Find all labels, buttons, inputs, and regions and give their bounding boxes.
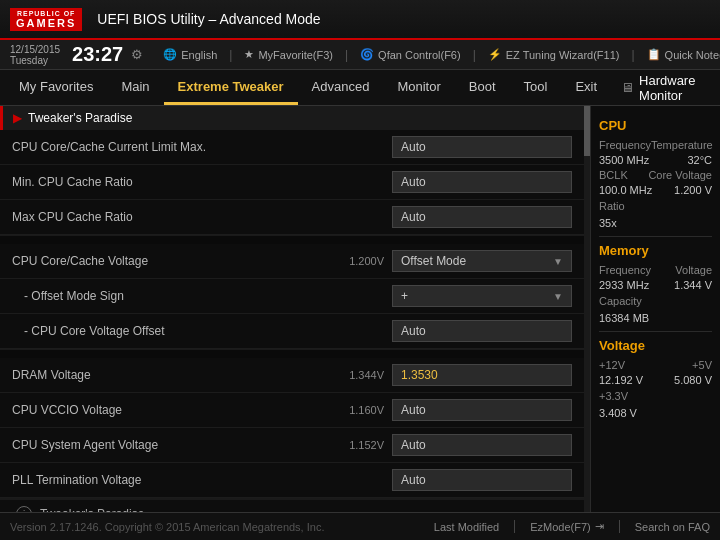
- last-modified-button[interactable]: Last Modified: [434, 520, 515, 533]
- hw-monitor-panel: CPU Frequency Temperature 3500 MHz 32°C …: [590, 106, 720, 512]
- nav-exit-label: Exit: [575, 79, 597, 94]
- cpu-core-voltage-preset: 1.200V: [304, 255, 384, 267]
- quick-note-icon: 📋: [647, 48, 661, 61]
- header: REPUBLIC OF GAMERS UEFI BIOS Utility – A…: [0, 0, 720, 40]
- cpu-sys-agent-input[interactable]: Auto: [392, 434, 572, 456]
- min-cpu-cache-label: Min. CPU Cache Ratio: [12, 175, 304, 189]
- hw-cpu-freq-val-row: 3500 MHz 32°C: [599, 154, 712, 166]
- cpu-cache-limit-input[interactable]: Auto: [392, 136, 572, 158]
- pll-termination-input[interactable]: Auto: [392, 469, 572, 491]
- cpu-core-voltage-select[interactable]: Offset Mode ▼: [392, 250, 572, 272]
- nav-favorites-label: My Favorites: [19, 79, 93, 94]
- logo-line2: GAMERS: [16, 17, 76, 29]
- hw-cpu-temp-value: 32°C: [687, 154, 712, 166]
- nav-item-advanced[interactable]: Advanced: [298, 70, 384, 105]
- main-area: ▶ Tweaker's Paradise CPU Core/Cache Curr…: [0, 106, 720, 512]
- cpu-core-voltage-value: Offset Mode: [401, 254, 466, 268]
- setting-row-min-cpu-cache[interactable]: Min. CPU Cache Ratio Auto: [0, 165, 584, 200]
- rog-logo: REPUBLIC OF GAMERS: [10, 8, 82, 31]
- nav-item-favorites[interactable]: My Favorites: [5, 70, 107, 105]
- hw-mem-freq-label: Frequency: [599, 264, 651, 276]
- ez-mode-icon: ⇥: [595, 520, 604, 533]
- settings-group-3: DRAM Voltage 1.344V 1.3530 CPU VCCIO Vol…: [0, 358, 584, 499]
- hw-volt-12v-label: +12V: [599, 359, 625, 371]
- hw-divider-1: [599, 236, 712, 237]
- setting-row-dram-voltage[interactable]: DRAM Voltage 1.344V 1.3530: [0, 358, 584, 393]
- datetime-block: 12/15/2015Tuesday: [10, 44, 60, 66]
- hw-monitor-nav-label: 🖥 Hardware Monitor: [611, 70, 715, 105]
- toolbar-favorites[interactable]: ★ MyFavorite(F3): [238, 46, 339, 63]
- nav-item-exit[interactable]: Exit: [561, 70, 611, 105]
- nav-item-extreme-tweaker[interactable]: Extreme Tweaker: [164, 70, 298, 105]
- cpu-core-offset-input[interactable]: Auto: [392, 320, 572, 342]
- nav-item-tool[interactable]: Tool: [510, 70, 562, 105]
- chevron-down-icon-2: ▼: [553, 291, 563, 302]
- min-cpu-cache-input[interactable]: Auto: [392, 171, 572, 193]
- toolbar-quick-note[interactable]: 📋 Quick Note(F9): [641, 46, 720, 63]
- cpu-vccio-input[interactable]: Auto: [392, 399, 572, 421]
- hw-cpu-bclk-row: BCLK Core Voltage: [599, 169, 712, 181]
- setting-row-offset-sign[interactable]: - Offset Mode Sign + ▼: [0, 279, 584, 314]
- pll-termination-label: PLL Termination Voltage: [12, 473, 304, 487]
- hw-cpu-bclk-label: BCLK: [599, 169, 628, 181]
- max-cpu-cache-input[interactable]: Auto: [392, 206, 572, 228]
- scrollbar-track[interactable]: [584, 106, 590, 512]
- cpu-core-voltage-label: CPU Core/Cache Voltage: [12, 254, 304, 268]
- hw-voltage-title: Voltage: [599, 338, 712, 353]
- toolbar-qfan[interactable]: 🌀 Qfan Control(F6): [354, 46, 467, 63]
- qfan-label: Qfan Control(F6): [378, 49, 461, 61]
- hw-cpu-bclk-val-row: 100.0 MHz 1.200 V: [599, 184, 712, 196]
- toolbar-language[interactable]: 🌐 English: [157, 46, 223, 63]
- quick-note-label: Quick Note(F9): [665, 49, 720, 61]
- hw-volt-12v-value: 12.192 V: [599, 374, 643, 386]
- hw-cpu-corevolt-value: 1.200 V: [674, 184, 712, 196]
- hw-monitor-title: Hardware Monitor: [639, 73, 705, 103]
- section-header-tweakers-paradise: ▶ Tweaker's Paradise: [0, 106, 584, 130]
- search-faq-button[interactable]: Search on FAQ: [620, 520, 710, 533]
- nav-item-main[interactable]: Main: [107, 70, 163, 105]
- hw-volt-33v-val-row: 3.408 V: [599, 406, 712, 420]
- ez-tuning-icon: ⚡: [488, 48, 502, 61]
- offset-sign-select[interactable]: + ▼: [392, 285, 572, 307]
- section-arrow-icon: ▶: [13, 111, 22, 125]
- setting-row-cpu-sys-agent[interactable]: CPU System Agent Voltage 1.152V Auto: [0, 428, 584, 463]
- setting-row-cpu-core-offset[interactable]: - CPU Core Voltage Offset Auto: [0, 314, 584, 349]
- last-modified-label: Last Modified: [434, 521, 499, 533]
- sep3: |: [473, 48, 476, 62]
- settings-group-1: CPU Core/Cache Current Limit Max. Auto M…: [0, 130, 584, 236]
- hw-cpu-ratio-val-row: 35x: [599, 216, 712, 230]
- cpu-core-offset-label: - CPU Core Voltage Offset: [24, 324, 304, 338]
- gear-icon: ⚙: [131, 47, 143, 62]
- footer-actions: Last Modified EzMode(F7) ⇥ Search on FAQ: [434, 520, 710, 533]
- offset-sign-label: - Offset Mode Sign: [24, 289, 304, 303]
- setting-row-max-cpu-cache[interactable]: Max CPU Cache Ratio Auto: [0, 200, 584, 235]
- scrollbar-thumb[interactable]: [584, 106, 590, 156]
- hw-cpu-temp-label: Temperature: [651, 139, 713, 151]
- max-cpu-cache-label: Max CPU Cache Ratio: [12, 210, 304, 224]
- sep4: |: [631, 48, 634, 62]
- ez-tuning-label: EZ Tuning Wizard(F11): [506, 49, 620, 61]
- dram-voltage-input[interactable]: 1.3530: [392, 364, 572, 386]
- toolbar-ez-tuning[interactable]: ⚡ EZ Tuning Wizard(F11): [482, 46, 626, 63]
- setting-row-pll-termination[interactable]: PLL Termination Voltage Auto: [0, 463, 584, 498]
- sep1: |: [229, 48, 232, 62]
- hw-cpu-title: CPU: [599, 118, 712, 133]
- hw-mem-freq-value: 2933 MHz: [599, 279, 649, 291]
- ez-mode-button[interactable]: EzMode(F7) ⇥: [515, 520, 620, 533]
- setting-row-cpu-vccio[interactable]: CPU VCCIO Voltage 1.160V Auto: [0, 393, 584, 428]
- hw-mem-freq-val-row: 2933 MHz 1.344 V: [599, 279, 712, 291]
- cpu-sys-agent-label: CPU System Agent Voltage: [12, 438, 304, 452]
- setting-row-cpu-cache-limit[interactable]: CPU Core/Cache Current Limit Max. Auto: [0, 130, 584, 165]
- favorites-label: MyFavorite(F3): [258, 49, 333, 61]
- date-display: 12/15/2015Tuesday: [10, 44, 60, 66]
- search-faq-label: Search on FAQ: [635, 521, 710, 533]
- nav-item-boot[interactable]: Boot: [455, 70, 510, 105]
- cpu-sys-agent-preset: 1.152V: [304, 439, 384, 451]
- hw-volt-33v-row: +3.3V: [599, 389, 712, 403]
- hw-volt-12v-val-row: 12.192 V 5.080 V: [599, 374, 712, 386]
- nav-item-monitor[interactable]: Monitor: [383, 70, 454, 105]
- footer: Version 2.17.1246. Copyright © 2015 Amer…: [0, 512, 720, 540]
- hw-cpu-corevolt-label: Core Voltage: [648, 169, 712, 181]
- setting-row-cpu-core-voltage[interactable]: CPU Core/Cache Voltage 1.200V Offset Mod…: [0, 244, 584, 279]
- hw-cpu-freq-row: Frequency Temperature: [599, 139, 712, 151]
